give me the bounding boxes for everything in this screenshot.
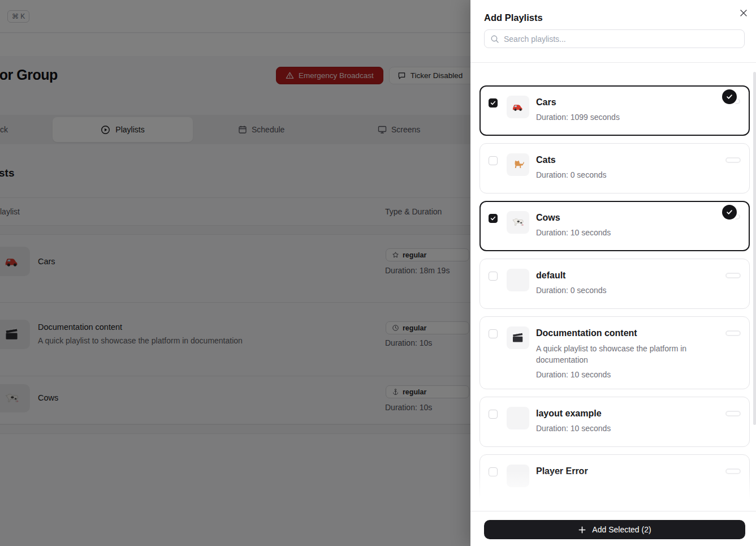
checkbox-unchecked[interactable] [489,329,498,338]
plus-icon [578,526,586,534]
item-duration: Duration: 10 seconds [536,424,611,433]
item-title: default [536,270,607,281]
playlist-option-cows[interactable]: Cows Duration: 10 seconds [479,201,750,251]
add-selected-label: Add Selected (2) [592,525,651,534]
item-title: Player Error [536,466,588,477]
panel-scrollbar[interactable] [753,72,756,425]
drag-handle-icon[interactable] [725,468,741,474]
drag-handle-icon[interactable] [725,157,741,163]
item-duration: Duration: 10 seconds [536,228,611,237]
item-title: Documentation content [536,328,706,339]
empty-thumbnail [507,465,529,487]
item-description: A quick playlist to showcase the platfor… [536,343,706,366]
add-playlists-panel: Add Playlists Cars Duration: 1099 second… [470,0,756,546]
modal-overlay[interactable] [0,0,470,546]
checkbox-unchecked[interactable] [489,272,498,281]
item-title: Cows [536,212,611,223]
search-box [484,29,745,48]
item-duration: Duration: 0 seconds [536,170,607,179]
playlist-option-cats[interactable]: Cats Duration: 0 seconds [479,143,750,194]
empty-thumbnail [507,269,529,291]
panel-footer: Add Selected (2) [470,511,756,546]
clapperboard-icon [507,326,529,349]
playlist-options-list: Cars Duration: 1099 seconds Cats Duratio… [470,63,756,511]
checkbox-checked[interactable] [489,214,498,223]
playlist-option-default[interactable]: default Duration: 0 seconds [479,259,750,309]
playlist-option-cars[interactable]: Cars Duration: 1099 seconds [479,85,750,136]
checkbox-unchecked[interactable] [489,156,498,165]
item-title: Cats [536,154,607,166]
close-button[interactable] [736,6,751,20]
search-input[interactable] [485,30,744,48]
playlist-option-layout-example[interactable]: layout example Duration: 10 seconds [479,397,750,447]
checkbox-checked[interactable] [489,98,498,108]
item-duration: Duration: 0 seconds [536,286,607,295]
checkbox-unchecked[interactable] [489,467,498,476]
drag-handle-icon[interactable] [725,273,741,278]
checkbox-unchecked[interactable] [489,410,498,419]
car-icon [507,96,529,118]
item-duration: Duration: 10 seconds [536,370,706,379]
item-title: Cars [536,97,620,108]
empty-thumbnail [507,407,529,429]
selected-check-icon [722,205,737,220]
cow-icon [507,211,529,234]
drag-handle-icon[interactable] [725,330,741,336]
selected-check-icon [722,89,737,104]
close-icon [739,8,748,18]
panel-title: Add Playlists [484,12,543,23]
playlist-option-player-error[interactable]: Player Error [479,454,750,505]
cat-icon [507,153,529,176]
item-duration: Duration: 1099 seconds [536,113,620,122]
item-title: layout example [536,408,611,419]
drag-handle-icon[interactable] [725,411,741,416]
playlist-option-documentation-content[interactable]: Documentation content A quick playlist t… [479,316,750,389]
add-selected-button[interactable]: Add Selected (2) [484,520,745,539]
